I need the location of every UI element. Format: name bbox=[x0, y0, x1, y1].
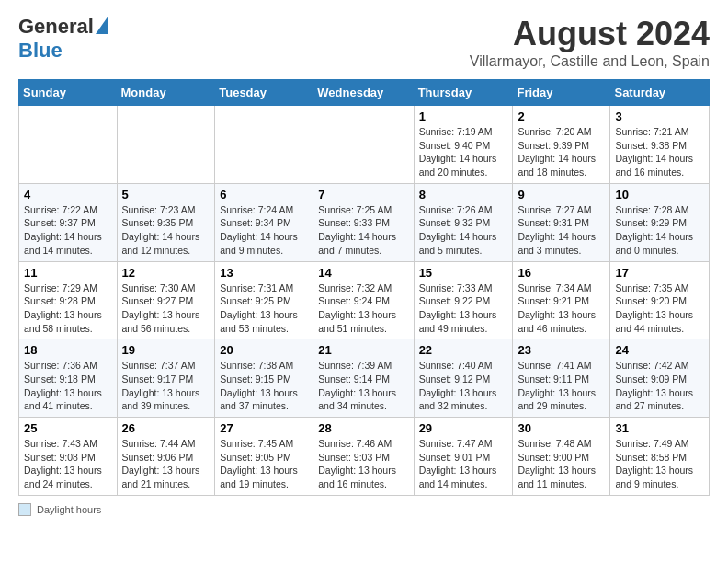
cell-0-1 bbox=[117, 106, 215, 184]
day-number: 5 bbox=[122, 188, 210, 201]
day-number: 14 bbox=[318, 266, 408, 280]
day-info: Sunrise: 7:27 AMSunset: 9:31 PMDaylight:… bbox=[518, 203, 605, 258]
cell-4-5: 30Sunrise: 7:48 AMSunset: 9:00 PMDayligh… bbox=[513, 418, 610, 496]
cell-1-0: 4Sunrise: 7:22 AMSunset: 9:37 PMDaylight… bbox=[19, 183, 118, 261]
day-number: 2 bbox=[518, 109, 605, 123]
cell-2-1: 12Sunrise: 7:30 AMSunset: 9:27 PMDayligh… bbox=[117, 261, 215, 339]
cell-1-1: 5Sunrise: 7:23 AMSunset: 9:35 PMDaylight… bbox=[117, 183, 215, 261]
day-info: Sunrise: 7:26 AMSunset: 9:32 PMDaylight:… bbox=[419, 203, 508, 258]
footer-label: Daylight hours bbox=[37, 504, 101, 515]
cell-4-4: 29Sunrise: 7:47 AMSunset: 9:01 PMDayligh… bbox=[414, 418, 513, 496]
cell-1-4: 8Sunrise: 7:26 AMSunset: 9:32 PMDaylight… bbox=[414, 183, 513, 261]
title-area: August 2024 Villarmayor, Castille and Le… bbox=[470, 15, 710, 70]
logo-triangle-icon bbox=[96, 16, 108, 34]
day-info: Sunrise: 7:21 AMSunset: 9:38 PMDaylight:… bbox=[615, 125, 704, 179]
day-info: Sunrise: 7:31 AMSunset: 9:25 PMDaylight:… bbox=[220, 282, 308, 336]
day-info: Sunrise: 7:39 AMSunset: 9:14 PMDaylight:… bbox=[318, 359, 408, 413]
day-number: 12 bbox=[122, 266, 210, 280]
day-number: 28 bbox=[318, 421, 408, 435]
cell-3-3: 21Sunrise: 7:39 AMSunset: 9:14 PMDayligh… bbox=[313, 339, 414, 418]
cell-3-1: 19Sunrise: 7:37 AMSunset: 9:17 PMDayligh… bbox=[117, 339, 215, 418]
week-row-2: 11Sunrise: 7:29 AMSunset: 9:28 PMDayligh… bbox=[19, 261, 710, 339]
day-info: Sunrise: 7:28 AMSunset: 9:29 PMDaylight:… bbox=[615, 203, 704, 258]
header-monday: Monday bbox=[117, 80, 215, 106]
day-info: Sunrise: 7:41 AMSunset: 9:11 PMDaylight:… bbox=[518, 359, 605, 413]
daylight-box bbox=[18, 503, 31, 516]
day-number: 16 bbox=[518, 266, 605, 280]
day-number: 1 bbox=[419, 109, 508, 123]
cell-0-5: 2Sunrise: 7:20 AMSunset: 9:39 PMDaylight… bbox=[513, 106, 610, 184]
cell-2-0: 11Sunrise: 7:29 AMSunset: 9:28 PMDayligh… bbox=[19, 261, 118, 339]
day-number: 27 bbox=[220, 421, 308, 435]
cell-1-6: 10Sunrise: 7:28 AMSunset: 9:29 PMDayligh… bbox=[610, 183, 710, 261]
day-info: Sunrise: 7:20 AMSunset: 9:39 PMDaylight:… bbox=[518, 125, 605, 179]
cell-3-6: 24Sunrise: 7:42 AMSunset: 9:09 PMDayligh… bbox=[610, 339, 710, 418]
day-number: 25 bbox=[24, 421, 112, 435]
week-row-0: 1Sunrise: 7:19 AMSunset: 9:40 PMDaylight… bbox=[19, 106, 710, 184]
day-info: Sunrise: 7:33 AMSunset: 9:22 PMDaylight:… bbox=[419, 282, 508, 336]
header-friday: Friday bbox=[513, 80, 610, 106]
day-number: 11 bbox=[24, 266, 112, 280]
day-number: 29 bbox=[419, 421, 508, 435]
day-number: 19 bbox=[122, 343, 210, 357]
day-info: Sunrise: 7:47 AMSunset: 9:01 PMDaylight:… bbox=[419, 437, 508, 491]
day-info: Sunrise: 7:49 AMSunset: 8:58 PMDaylight:… bbox=[615, 437, 704, 491]
day-number: 15 bbox=[419, 266, 508, 280]
cell-2-3: 14Sunrise: 7:32 AMSunset: 9:24 PMDayligh… bbox=[313, 261, 414, 339]
day-info: Sunrise: 7:45 AMSunset: 9:05 PMDaylight:… bbox=[220, 437, 308, 491]
day-number: 8 bbox=[419, 188, 508, 201]
day-number: 4 bbox=[24, 188, 112, 201]
day-info: Sunrise: 7:29 AMSunset: 9:28 PMDaylight:… bbox=[24, 282, 112, 336]
day-number: 9 bbox=[518, 188, 605, 201]
day-info: Sunrise: 7:25 AMSunset: 9:33 PMDaylight:… bbox=[318, 203, 408, 258]
cell-0-2 bbox=[215, 106, 313, 184]
header: General Blue August 2024 Villarmayor, Ca… bbox=[18, 15, 710, 70]
day-number: 30 bbox=[518, 421, 605, 435]
day-number: 21 bbox=[318, 343, 408, 357]
cell-4-1: 26Sunrise: 7:44 AMSunset: 9:06 PMDayligh… bbox=[117, 418, 215, 496]
week-row-3: 18Sunrise: 7:36 AMSunset: 9:18 PMDayligh… bbox=[19, 339, 710, 418]
day-number: 10 bbox=[615, 188, 704, 201]
day-number: 22 bbox=[419, 343, 508, 357]
cell-3-5: 23Sunrise: 7:41 AMSunset: 9:11 PMDayligh… bbox=[513, 339, 610, 418]
cell-4-2: 27Sunrise: 7:45 AMSunset: 9:05 PMDayligh… bbox=[215, 418, 313, 496]
day-number: 13 bbox=[220, 266, 308, 280]
header-row: SundayMondayTuesdayWednesdayThursdayFrid… bbox=[19, 80, 710, 106]
cell-1-2: 6Sunrise: 7:24 AMSunset: 9:34 PMDaylight… bbox=[215, 183, 313, 261]
cell-3-2: 20Sunrise: 7:38 AMSunset: 9:15 PMDayligh… bbox=[215, 339, 313, 418]
cell-0-4: 1Sunrise: 7:19 AMSunset: 9:40 PMDaylight… bbox=[414, 106, 513, 184]
day-info: Sunrise: 7:48 AMSunset: 9:00 PMDaylight:… bbox=[518, 437, 605, 491]
cell-1-3: 7Sunrise: 7:25 AMSunset: 9:33 PMDaylight… bbox=[313, 183, 414, 261]
day-number: 18 bbox=[24, 343, 112, 357]
calendar-table: SundayMondayTuesdayWednesdayThursdayFrid… bbox=[18, 79, 710, 496]
logo: General Blue bbox=[18, 15, 108, 63]
day-info: Sunrise: 7:22 AMSunset: 9:37 PMDaylight:… bbox=[24, 203, 112, 258]
header-thursday: Thursday bbox=[414, 80, 513, 106]
cell-4-3: 28Sunrise: 7:46 AMSunset: 9:03 PMDayligh… bbox=[313, 418, 414, 496]
day-number: 3 bbox=[615, 109, 704, 123]
day-info: Sunrise: 7:35 AMSunset: 9:20 PMDaylight:… bbox=[615, 282, 704, 336]
cell-4-0: 25Sunrise: 7:43 AMSunset: 9:08 PMDayligh… bbox=[19, 418, 118, 496]
header-sunday: Sunday bbox=[19, 80, 118, 106]
cell-1-5: 9Sunrise: 7:27 AMSunset: 9:31 PMDaylight… bbox=[513, 183, 610, 261]
day-info: Sunrise: 7:43 AMSunset: 9:08 PMDaylight:… bbox=[24, 437, 112, 491]
day-info: Sunrise: 7:34 AMSunset: 9:21 PMDaylight:… bbox=[518, 282, 605, 336]
day-number: 31 bbox=[615, 421, 704, 435]
day-info: Sunrise: 7:30 AMSunset: 9:27 PMDaylight:… bbox=[122, 282, 210, 336]
day-number: 20 bbox=[220, 343, 308, 357]
cell-0-0 bbox=[19, 106, 118, 184]
day-number: 26 bbox=[122, 421, 210, 435]
cell-3-0: 18Sunrise: 7:36 AMSunset: 9:18 PMDayligh… bbox=[19, 339, 118, 418]
day-info: Sunrise: 7:24 AMSunset: 9:34 PMDaylight:… bbox=[220, 203, 308, 258]
day-number: 17 bbox=[615, 266, 704, 280]
cell-2-5: 16Sunrise: 7:34 AMSunset: 9:21 PMDayligh… bbox=[513, 261, 610, 339]
day-info: Sunrise: 7:42 AMSunset: 9:09 PMDaylight:… bbox=[615, 359, 704, 413]
day-number: 24 bbox=[615, 343, 704, 357]
cell-2-4: 15Sunrise: 7:33 AMSunset: 9:22 PMDayligh… bbox=[414, 261, 513, 339]
day-info: Sunrise: 7:46 AMSunset: 9:03 PMDaylight:… bbox=[318, 437, 408, 491]
day-info: Sunrise: 7:38 AMSunset: 9:15 PMDaylight:… bbox=[220, 359, 308, 413]
footer: Daylight hours bbox=[18, 503, 710, 516]
day-info: Sunrise: 7:44 AMSunset: 9:06 PMDaylight:… bbox=[122, 437, 210, 491]
location-subtitle: Villarmayor, Castille and Leon, Spain bbox=[470, 53, 710, 70]
day-info: Sunrise: 7:19 AMSunset: 9:40 PMDaylight:… bbox=[419, 125, 508, 179]
